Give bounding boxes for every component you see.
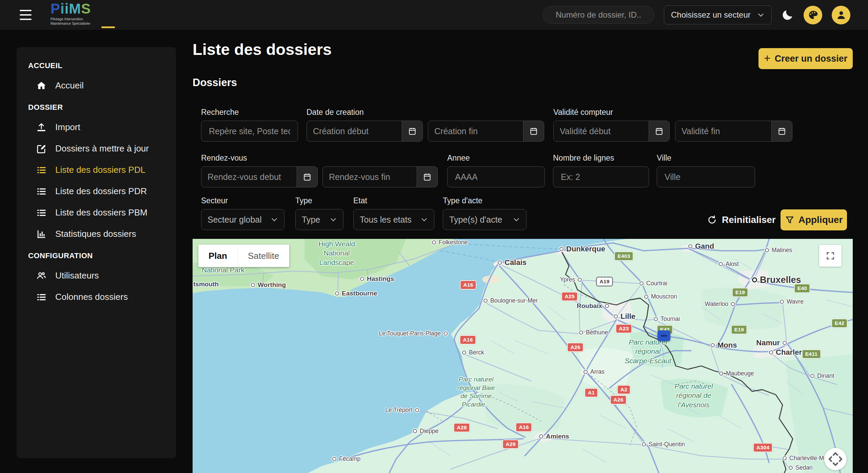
map-city-label: Roubaix [577,302,609,310]
sidebar-item-colonnes-dossiers[interactable]: Colonnes dossiers [17,286,176,308]
filter-date-creation: Date de creation [307,108,544,142]
map-city-label: Alost [719,261,739,268]
secteur-select-value: Secteur global [208,215,262,225]
type-select[interactable]: Type [295,209,343,230]
hamburger-menu-button[interactable] [20,10,32,20]
recherche-input[interactable] [208,126,291,137]
filter-label: Annee [447,153,545,163]
filter-nombre-lignes: Nombre de lignes [553,153,649,187]
calendar-icon [303,172,312,181]
sector-select[interactable]: Choisissez un secteur [664,5,772,24]
creation-debut-input[interactable] [307,121,402,141]
sidebar-item-label: Statistiques dossiers [55,229,136,239]
validite-fin-input[interactable] [675,121,771,141]
map-city-label: Namur [756,338,787,347]
calendar-button[interactable] [649,121,669,141]
nombre-lignes-input[interactable] [560,172,642,182]
map-city-label: Mouscron [644,293,677,300]
road-badge: A16 [460,280,476,290]
map-city-label: Eastbourne [335,290,377,297]
reset-filters-button[interactable]: Reinitialiser [707,209,776,230]
type-acte-select[interactable]: Type(s) d'acte [443,209,527,230]
calendar-button[interactable] [523,121,544,141]
bar-chart-icon [36,229,46,239]
dossiers-section-title: Dossiers [193,77,237,89]
users-icon [36,271,46,281]
annee-input[interactable] [454,172,538,182]
map-city-label: Waterloo [705,301,735,308]
calendar-button[interactable] [297,167,317,187]
map-city-label: Bruxelles [752,275,801,285]
sidebar-item-liste-dossiers-pbm[interactable]: Liste des dossiers PBM [17,202,176,223]
filter-funnel-icon [785,215,794,225]
sidebar-item-liste-dossiers-pdr[interactable]: Liste des dossiers PDR [17,181,176,202]
map-fullscreen-button[interactable] [819,245,842,267]
filter-rendez-vous: Rendez-vous [201,153,438,187]
sidebar-item-dossiers-a-mettre-a-jour[interactable]: Dossiers à mettre à jour [17,138,176,159]
road-badge: A26 [567,343,584,352]
map-satellite-button[interactable]: Satellite [237,245,290,267]
filter-label: Recherche [201,108,298,117]
sidebar-item-liste-dossiers-pdl[interactable]: Liste des dossiers PDL [17,159,176,181]
calendar-button[interactable] [771,121,792,141]
filter-type-acte: Type d'acte Type(s) d'acte [443,196,527,230]
filter-ville: Ville [657,153,755,187]
road-badge: A16 [515,423,532,432]
map-city-label: Tournai [654,315,680,323]
dark-mode-moon-icon[interactable] [781,8,794,21]
filter-label: Rendez-vous [201,153,438,163]
map-city-label: Ypres [560,276,582,283]
map-canvas[interactable]: tsmouthWorthingEastbourneHastingsFolkest… [193,239,853,473]
upload-icon [36,122,46,132]
map-city-label: tsmouth [193,281,219,288]
road-badge: A29 [502,439,519,449]
map-city-label: Folkestone [432,239,468,246]
road-badge: A304 [753,443,773,452]
selected-dossier-marker[interactable] [657,330,670,341]
map-plan-button[interactable]: Plan [198,245,237,267]
sidebar-item-label: Utilisateurs [55,270,99,281]
sidebar-item-accueil[interactable]: Accueil [17,75,176,96]
creation-fin-input[interactable] [428,121,523,141]
app-logo[interactable]: PiiMS Pilotage Intervention Maintenance … [51,2,115,28]
ville-input[interactable] [664,172,748,182]
rendez-vous-debut-input[interactable] [201,167,297,187]
secteur-select[interactable]: Secteur global [201,209,284,230]
calendar-button[interactable] [417,167,437,187]
theme-palette-button[interactable] [804,6,822,24]
park-label: High Weald National Landscape [318,239,355,267]
road-badge: E411 [802,349,821,359]
create-dossier-button[interactable]: + Creer un dossier [758,48,853,69]
edit-icon [36,144,46,154]
user-profile-button[interactable] [832,6,850,24]
sidebar-item-import[interactable]: Import [17,117,176,138]
road-badge: E403 [614,251,633,261]
map-city-label: Saint-Quentin [642,441,685,448]
filter-validite-compteur: Validité compteur [553,108,792,142]
sidebar-item-label: Import [55,122,80,132]
chevron-down-icon [757,11,765,19]
map-city-label: Le Touquet-Paris-Plage [379,330,448,337]
map-city-label: Béthune [579,329,608,336]
sector-select-value: Choisissez un secteur [671,10,751,20]
search-input[interactable] [555,10,662,20]
sidebar-item-utilisateurs[interactable]: Utilisateurs [17,265,176,286]
etat-select-value: Tous les etats [360,215,412,225]
map-city-label: Maubeuge [719,370,754,377]
rendez-vous-fin-input[interactable] [323,167,417,187]
map-pan-button[interactable] [824,448,847,470]
etat-select[interactable]: Tous les etats [353,209,434,230]
apply-filters-button[interactable]: Appliquer [781,209,847,230]
sidebar-item-label: Accueil [55,80,84,91]
map-city-label: Dieppe [413,428,438,435]
filter-label: Ville [657,153,755,163]
road-badge: A23 [615,324,632,333]
map-city-label: Worthing [251,281,286,289]
calendar-icon [655,127,664,136]
logo-letter: P [51,1,60,17]
sidebar-item-statistiques-dossiers[interactable]: Statistiques dossiers [17,223,176,245]
validite-debut-input[interactable] [554,121,649,141]
calendar-button[interactable] [402,121,422,141]
sidebar-header-accueil: ACCUEIL [28,61,176,70]
calendar-icon [529,127,538,136]
